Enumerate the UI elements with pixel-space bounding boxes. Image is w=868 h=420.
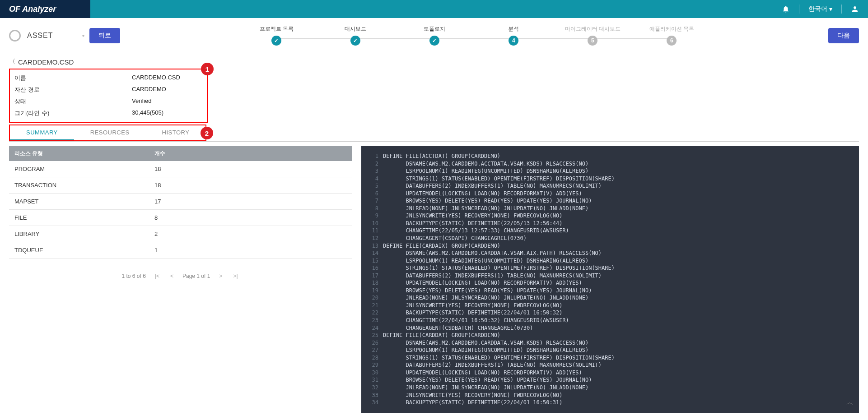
pager-last-icon[interactable]: >| [231,272,239,280]
line-number: 21 [366,302,378,309]
user-icon[interactable] [851,5,859,13]
code-line: 16 STRINGS(1) STATUS(ENABLED) OPENTIME(F… [366,264,854,272]
pager-first-icon[interactable]: |< [153,272,161,280]
code-text: LSRPOOLNUM(1) READINTEG(UNCOMMITTED) DSN… [383,346,588,354]
code-text: DEFINE FILE(CARDDAT) GROUP(CARDDEMO) [383,332,500,339]
tabs-container: SUMMARYRESOURCESHISTORY 2 [9,125,859,142]
info-row: 자산 경로CARDDEMO [10,84,207,96]
info-label: 상태 [14,97,132,106]
tab-resources[interactable]: RESOURCES [74,125,146,140]
table-row[interactable]: LIBRARY2 [9,226,352,242]
code-text: LSRPOOLNUM(1) READINTEG(UNCOMMITTED) DSN… [383,167,588,175]
line-number: 4 [366,175,378,183]
code-line: 12 CHANGEAGENT(CSDAPI) CHANGEAGREL(0730) [366,235,854,242]
scroll-top-icon[interactable]: ︿ [846,397,854,407]
info-label: 자산 경로 [14,86,132,94]
code-line: 30 UPDATEMODEL(LOCKING) LOAD(NO) RECORDF… [366,369,854,377]
table-row[interactable]: PROGRAM18 [9,161,352,177]
code-text: DATABUFFERS(2) INDEXBUFFERS(1) TABLE(NO)… [383,182,602,190]
notifications-icon[interactable] [782,5,790,13]
cell-type: TDQUEUE [9,242,149,258]
code-line: 29 DATABUFFERS(2) INDEXBUFFERS(1) TABLE(… [366,361,854,369]
line-number: 26 [366,339,378,347]
tab-summary[interactable]: SUMMARY [10,125,74,140]
code-viewer[interactable]: 1DEFINE FILE(ACCTDAT) GROUP(CARDDEMO)2 D… [361,146,859,413]
check-icon: ✓ [271,36,281,46]
info-row: 이름CARDDEMO.CSD [10,72,207,84]
line-number: 22 [366,309,378,317]
cell-type: FILE [9,210,149,226]
breadcrumb-back[interactable]: 〈 CARDDEMO.CSD [9,58,859,66]
line-number: 15 [366,257,378,265]
line-number: 19 [366,287,378,295]
next-button[interactable]: 다음 [828,28,859,43]
cell-count: 17 [149,194,352,210]
code-line: 21 JNLSYNCWRITE(YES) RECOVERY(NONE) FWDR… [366,302,854,309]
tab-history[interactable]: HISTORY [146,125,206,140]
wizard-step[interactable]: 프로젝트 목록✓ [237,25,316,46]
pager-range: 1 to 6 of 6 [121,273,145,279]
code-line: 28 STRINGS(1) STATUS(ENABLED) OPENTIME(F… [366,354,854,362]
line-number: 12 [366,235,378,242]
table-row[interactable]: MAPSET17 [9,194,352,210]
cell-count: 2 [149,226,352,242]
code-line: 31 BROWSE(YES) DELETE(YES) READ(YES) UPD… [366,376,854,384]
cell-type: TRANSACTION [9,177,149,194]
line-number: 29 [366,361,378,369]
line-number: 32 [366,384,378,392]
code-line: 5 DATABUFFERS(2) INDEXBUFFERS(1) TABLE(N… [366,182,854,190]
code-line: 25DEFINE FILE(CARDDAT) GROUP(CARDDEMO) [366,332,854,339]
line-number: 24 [366,324,378,332]
back-button[interactable]: 뒤로 [89,28,120,43]
line-number: 3 [366,167,378,175]
cell-type: PROGRAM [9,161,149,177]
code-text: CHANGEAGENT(CSDAPI) CHANGEAGREL(0730) [383,235,527,242]
wizard-step[interactable]: 분석4 [474,25,553,46]
dot-icon: ● [82,33,84,38]
table-row[interactable]: TRANSACTION18 [9,177,352,194]
line-number: 30 [366,369,378,377]
line-number: 25 [366,332,378,339]
info-row: 크기(라인 수)30,445(505) [10,107,207,119]
code-text: DATABUFFERS(2) INDEXBUFFERS(1) TABLE(NO)… [383,361,602,369]
code-line: 33 JNLSYNCWRITE(YES) RECOVERY(NONE) FWDR… [366,392,854,399]
wizard-step[interactable]: 토폴로지✓ [395,25,474,46]
code-text: JNLREAD(NONE) JNLSYNCREAD(NO) JNLUPDATE(… [383,294,588,302]
code-line: 27 LSRPOOLNUM(1) READINTEG(UNCOMMITTED) … [366,346,854,354]
code-text: BROWSE(YES) DELETE(YES) READ(YES) UPDATE… [383,287,592,295]
resource-summary-table: 리소스 유형 개수 PROGRAM18TRANSACTION18MAPSET17… [9,146,352,258]
code-text: UPDATEMODEL(LOCKING) LOAD(NO) RECORDFORM… [383,369,582,377]
asset-indicator: ASSET ● [9,30,85,42]
code-text: BACKUPTYPE(STATIC) DEFINETIME(22/05/13 1… [383,220,562,227]
table-row[interactable]: FILE8 [9,210,352,226]
pager-next-icon[interactable]: > [217,272,224,280]
code-line: 24 CHANGEAGENT(CSDBATCH) CHANGEAGREL(073… [366,324,854,332]
code-line: 11 CHANGETIME(22/05/13 12:57:33) CHANGEU… [366,227,854,235]
wizard-step[interactable]: 대시보드✓ [316,25,395,46]
code-line: 15 LSRPOOLNUM(1) READINTEG(UNCOMMITTED) … [366,257,854,265]
code-text: BACKUPTYPE(STATIC) DEFINETIME(22/04/01 1… [383,399,562,406]
code-line: 14 DSNAME(AWS.M2.CARDDEMO.CARDDATA.VSAM.… [366,249,854,257]
code-line: 19 BROWSE(YES) DELETE(YES) READ(YES) UPD… [366,287,854,295]
table-row[interactable]: TDQUEUE1 [9,242,352,258]
wizard-step[interactable]: 마이그레이터 대시보드5 [553,25,632,46]
code-text: JNLREAD(NONE) JNLSYNCREAD(NO) JNLUPDATE(… [383,205,588,212]
line-number: 7 [366,197,378,205]
step-number: 5 [588,36,597,46]
code-text: CHANGETIME(22/04/01 16:50:32) CHANGEUSRI… [383,317,569,324]
language-selector[interactable]: 한국어 ▾ [808,5,832,13]
code-line: 34 BACKUPTYPE(STATIC) DEFINETIME(22/04/0… [366,399,854,406]
step-label: 마이그레이터 대시보드 [565,25,621,33]
code-text: DATABUFFERS(2) INDEXBUFFERS(1) TABLE(NO)… [383,272,602,280]
code-line: 7 BROWSE(YES) DELETE(YES) READ(YES) UPDA… [366,197,854,205]
step-label: 대시보드 [345,25,366,33]
pager-prev-icon[interactable]: < [168,272,175,280]
cell-count: 18 [149,177,352,194]
info-value: CARDDEMO.CSD [132,74,180,82]
line-number: 13 [366,242,378,250]
check-icon: ✓ [429,36,439,46]
wizard-step[interactable]: 애플리케이션 목록6 [632,25,711,46]
code-line: 4 STRINGS(1) STATUS(ENABLED) OPENTIME(FI… [366,175,854,183]
code-line: 9 JNLSYNCWRITE(YES) RECOVERY(NONE) FWDRE… [366,212,854,220]
code-text: DSNAME(AWS.M2.CARDDEMO.CARDDATA.VSAM.AIX… [383,249,602,257]
